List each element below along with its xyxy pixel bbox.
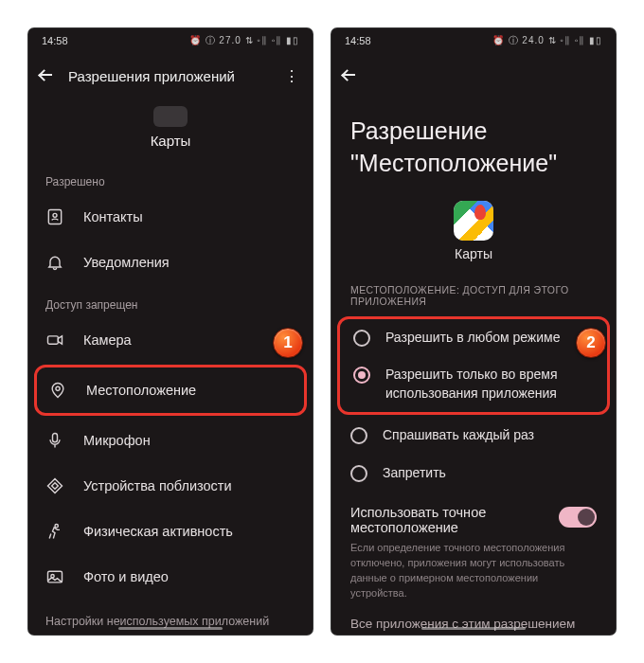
app-header: Карты <box>331 201 616 267</box>
status-time: 14:58 <box>42 35 68 46</box>
microphone-icon <box>45 431 64 450</box>
svg-rect-4 <box>53 434 58 442</box>
section-allowed-label: Разрешено <box>28 162 313 194</box>
precise-toggle[interactable] <box>559 507 597 528</box>
suspend-row[interactable]: Приостановить работу в неактивный период <box>28 632 313 635</box>
option-allow-always[interactable]: Разрешить в любом режиме <box>340 319 607 357</box>
svg-point-5 <box>55 525 58 528</box>
all-apps-link[interactable]: Все приложения с этим разрешением <box>331 609 616 635</box>
media-icon <box>45 567 64 586</box>
option-label: Спрашивать каждый раз <box>383 426 534 445</box>
perm-label: Контакты <box>83 209 143 224</box>
bell-icon <box>45 253 64 272</box>
appbar-title: Разрешения приложений <box>68 68 280 84</box>
app-bar <box>331 53 616 99</box>
precise-location-help: Если определение точного местоположения … <box>331 539 616 609</box>
nav-handle[interactable] <box>421 627 526 630</box>
perm-label: Местоположение <box>86 383 196 398</box>
radio-icon <box>350 465 367 482</box>
app-header: Карты <box>28 99 313 162</box>
phone-right: 14:58 ⏰ ⓘ 24.0 ⇅ ◦∥ ◦∥ ▮▯ Разрешение "Ме… <box>331 28 616 635</box>
option-ask[interactable]: Спрашивать каждый раз <box>331 417 616 455</box>
perm-row-contacts[interactable]: Контакты <box>28 194 313 240</box>
back-icon[interactable] <box>341 67 358 84</box>
contacts-icon <box>45 207 64 226</box>
perm-row-nearby[interactable]: Устройства поблизости <box>28 463 313 509</box>
camera-icon <box>45 331 64 349</box>
more-icon[interactable]: ⋮ <box>280 67 303 85</box>
svg-rect-2 <box>48 336 59 344</box>
perm-label: Устройства поблизости <box>83 478 232 493</box>
perm-row-notifications[interactable]: Уведомления <box>28 240 313 285</box>
perm-label: Микрофон <box>83 433 151 448</box>
perm-label: Камера <box>83 332 132 348</box>
maps-app-icon <box>454 201 493 241</box>
perm-row-media[interactable]: Фото и видео <box>28 554 313 600</box>
callout-badge-1: 1 <box>273 328 303 358</box>
option-allow-while-using[interactable]: Разрешить только во время использования … <box>340 356 607 412</box>
status-time: 14:58 <box>345 35 371 46</box>
status-bar: 14:58 ⏰ ⓘ 27.0 ⇅ ◦∥ ◦∥ ▮▯ <box>28 28 313 53</box>
app-name: Карты <box>331 246 616 267</box>
nearby-icon <box>45 476 64 495</box>
perm-label: Уведомления <box>83 255 170 270</box>
status-icons: ⏰ ⓘ 27.0 ⇅ ◦∥ ◦∥ ▮▯ <box>189 34 299 47</box>
perm-label: Физическая активность <box>83 524 233 539</box>
svg-point-1 <box>53 213 57 217</box>
perm-label: Фото и видео <box>83 569 169 584</box>
highlight-location: Местоположение <box>34 365 307 416</box>
highlight-options: Разрешить в любом режиме Разрешить тольк… <box>337 316 610 416</box>
option-label: Разрешить в любом режиме <box>385 329 560 348</box>
status-icons: ⏰ ⓘ 24.0 ⇅ ◦∥ ◦∥ ▮▯ <box>492 34 602 47</box>
phone-left: 14:58 ⏰ ⓘ 27.0 ⇅ ◦∥ ◦∥ ▮▯ Разрешения при… <box>28 28 313 635</box>
perm-row-activity[interactable]: Физическая активность <box>28 509 313 554</box>
page-title-line2: "Местоположение" <box>350 148 597 180</box>
activity-icon <box>45 522 64 541</box>
perm-row-microphone[interactable]: Микрофон <box>28 418 313 463</box>
perm-row-camera[interactable]: Камера <box>28 317 313 363</box>
precise-location-title: Использовать точное местоположение <box>350 505 547 535</box>
location-icon <box>48 381 67 400</box>
nav-handle[interactable] <box>118 627 223 630</box>
callout-badge-2: 2 <box>576 328 606 358</box>
radio-icon <box>353 330 370 347</box>
status-bar: 14:58 ⏰ ⓘ 24.0 ⇅ ◦∥ ◦∥ ▮▯ <box>331 28 616 53</box>
radio-icon <box>353 367 370 384</box>
option-label: Запретить <box>383 464 446 483</box>
option-deny[interactable]: Запретить <box>331 455 616 493</box>
back-icon[interactable] <box>38 67 55 84</box>
svg-point-3 <box>56 386 60 390</box>
page-title: Разрешение "Местоположение" <box>331 99 616 189</box>
option-label: Разрешить только во время использования … <box>385 366 594 403</box>
section-location-access: МЕСТОПОЛОЖЕНИЕ: ДОСТУП ДЛЯ ЭТОГО ПРИЛОЖЕ… <box>331 267 616 314</box>
perm-row-location[interactable]: Местоположение <box>37 367 304 413</box>
section-denied-label: Доступ запрещен <box>28 285 313 317</box>
app-icon-chip <box>153 106 188 127</box>
app-bar: Разрешения приложений ⋮ <box>28 53 313 99</box>
radio-icon <box>350 427 367 444</box>
page-title-line1: Разрешение <box>350 116 597 148</box>
app-name: Карты <box>28 133 313 149</box>
precise-location-row[interactable]: Использовать точное местоположение <box>331 492 616 539</box>
